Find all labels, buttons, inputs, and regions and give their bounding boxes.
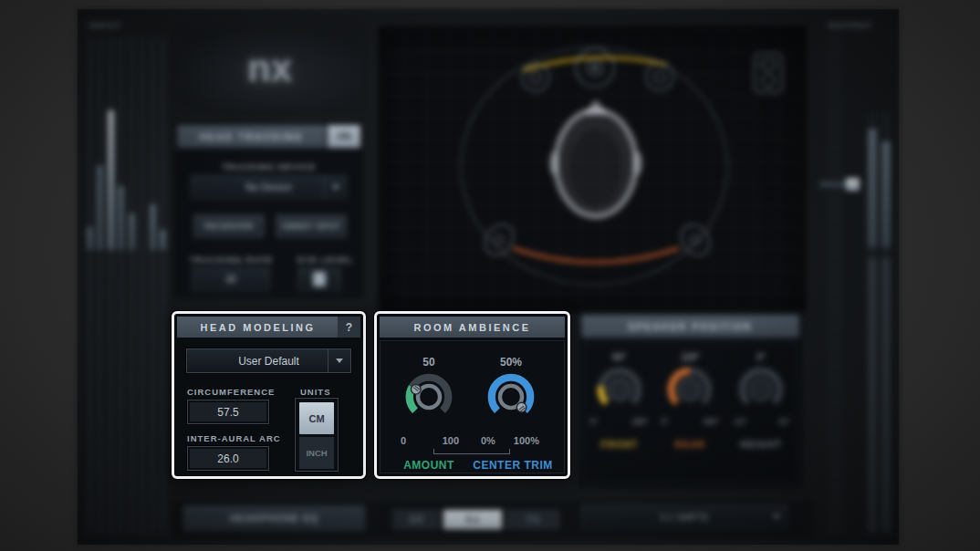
input-meter-lane bbox=[97, 37, 103, 535]
chevron-down-icon bbox=[773, 515, 780, 519]
center-trim-label: CENTER TRIM bbox=[472, 459, 554, 472]
rear-range: 0°180° bbox=[661, 417, 719, 426]
input-meter-lane bbox=[118, 37, 124, 535]
rear-label: REAR bbox=[675, 439, 706, 450]
tracking-device-label: TRACKING DEVICE bbox=[175, 161, 362, 172]
eye-level-toggle-knob bbox=[313, 272, 326, 286]
head-preset-value: User Default bbox=[238, 355, 299, 368]
unit-inch-button[interactable]: INCH bbox=[299, 437, 334, 469]
amount-value: 50 bbox=[394, 356, 464, 369]
amount-knob[interactable] bbox=[402, 370, 455, 423]
speaker-position-knobs: 60° 0°180° FRONT 120° bbox=[583, 342, 798, 483]
output-format-dropdown[interactable]: 5.1 SMPTE bbox=[581, 504, 788, 529]
room-ambience-panel: ROOM AMBIENCE 50 50% 0100 0%100% AMOUNT … bbox=[374, 311, 570, 479]
input-meter-strip: INPUT bbox=[83, 17, 171, 537]
front-range: 0°180° bbox=[590, 417, 649, 426]
front-knob[interactable] bbox=[594, 364, 645, 415]
interaural-arc-input[interactable]: 26.0 bbox=[187, 446, 269, 471]
output-meter-strip: OUTPUT bbox=[814, 17, 898, 539]
nx-logo: nx bbox=[175, 26, 364, 110]
sweet-spot-button[interactable]: SWEET SPOT bbox=[276, 214, 347, 238]
chevron-down-icon bbox=[328, 349, 350, 372]
front-value: 60° bbox=[612, 352, 626, 362]
units-switch: CM INCH bbox=[295, 398, 339, 472]
units-label: UNITS bbox=[300, 387, 331, 397]
help-button[interactable]: ? bbox=[338, 317, 360, 338]
output-fader-scale bbox=[827, 37, 839, 535]
input-meter-lane bbox=[108, 37, 114, 535]
circumference-label: CIRCUMFERENCE bbox=[187, 387, 275, 397]
mode-7-1-button[interactable]: 7.1 bbox=[506, 510, 559, 529]
output-meter-right bbox=[881, 112, 891, 534]
rear-knob[interactable] bbox=[664, 364, 715, 415]
head-preset-dropdown[interactable]: User Default bbox=[186, 348, 351, 373]
rear-knob-group: 120° 0°180° REAR bbox=[657, 352, 723, 482]
input-label: INPUT bbox=[89, 21, 122, 30]
center-trim-range: 0%100% bbox=[481, 435, 539, 446]
mode-2-0-button[interactable]: 2.0 bbox=[393, 510, 439, 529]
input-meter-lane bbox=[87, 37, 93, 535]
input-meter-lane bbox=[139, 37, 145, 535]
head-modeling-panel: HEAD MODELING ? User Default CIRCUMFEREN… bbox=[172, 311, 366, 479]
output-format-value: 5.1 SMPTE bbox=[661, 512, 710, 523]
nx-logo-text: nx bbox=[247, 47, 292, 90]
head-modeling-title: HEAD MODELING bbox=[177, 317, 339, 338]
visualization-grid bbox=[382, 30, 802, 309]
amount-range: 0100 bbox=[401, 435, 459, 446]
input-meter-lane bbox=[129, 37, 135, 535]
headphone-eq-button[interactable]: HEADPHONE EQ bbox=[183, 505, 365, 531]
head-tracking-panel: HEAD TRACKING ON TRACKING DEVICE No Devi… bbox=[174, 122, 363, 297]
output-fader-handle[interactable] bbox=[819, 178, 860, 191]
front-label: FRONT bbox=[600, 439, 638, 450]
tracking-rate-value[interactable]: 30 bbox=[192, 267, 270, 291]
divider bbox=[373, 503, 374, 534]
tracking-device-dropdown[interactable]: No Device bbox=[191, 175, 347, 199]
room-visualization-panel bbox=[378, 26, 807, 314]
circumference-input[interactable]: 57.5 bbox=[187, 400, 269, 424]
height-knob[interactable] bbox=[735, 364, 787, 415]
input-meter-lane bbox=[150, 37, 156, 535]
head-tracking-on-button[interactable]: ON bbox=[328, 125, 360, 148]
interaural-arc-label: INTER-AURAL ARC bbox=[187, 433, 281, 443]
center-trim-value: 50% bbox=[476, 356, 546, 369]
speaker-position-panel: SPEAKER POSITION 60° 0°180° FRONT 120° bbox=[579, 312, 802, 487]
output-fader-rail bbox=[839, 37, 840, 535]
divider bbox=[567, 503, 568, 534]
height-value: 0° bbox=[756, 352, 766, 362]
screenshot-stage: INPUT nx HEAD TRACKING ON TRACKING DEVIC… bbox=[0, 0, 980, 551]
chevron-down-icon bbox=[324, 176, 346, 198]
unit-cm-button[interactable]: CM bbox=[299, 402, 334, 434]
amount-label: AMOUNT bbox=[388, 459, 470, 472]
input-meter-lanes bbox=[87, 37, 169, 535]
output-label: OUTPUT bbox=[829, 21, 873, 30]
tracking-rate-label: TRACKING RATE bbox=[190, 255, 273, 265]
rear-value: 120° bbox=[681, 352, 700, 362]
input-meter-lane bbox=[160, 37, 166, 535]
speaker-position-title: SPEAKER POSITION bbox=[581, 315, 799, 338]
height-range: -15°15° bbox=[732, 417, 790, 426]
height-label: HEIGHT bbox=[740, 439, 782, 450]
eye-level-toggle[interactable] bbox=[297, 267, 341, 291]
recenter-button[interactable]: RECENTER bbox=[193, 214, 265, 238]
mode-5-1-button[interactable]: 5.1 bbox=[443, 510, 502, 529]
tracking-device-value: No Device bbox=[245, 182, 292, 192]
room-ambience-title: ROOM AMBIENCE bbox=[380, 317, 565, 338]
height-knob-group: 0° -15°15° HEIGHT bbox=[728, 352, 794, 482]
center-trim-knob[interactable] bbox=[485, 370, 537, 423]
output-meter-left bbox=[868, 112, 877, 534]
eye-level-label: EYE LEVEL bbox=[297, 255, 353, 265]
front-knob-group: 60° 0°180° FRONT bbox=[587, 352, 652, 482]
knob-link-indicator bbox=[433, 449, 510, 454]
head-tracking-title: HEAD TRACKING bbox=[177, 125, 326, 148]
